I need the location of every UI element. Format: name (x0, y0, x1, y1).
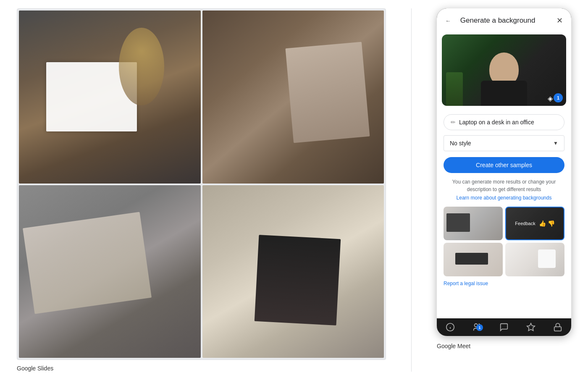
info-text: You can generate more results or change … (444, 178, 564, 193)
nav-safety-button[interactable] (553, 323, 562, 332)
thumbs-down-icon[interactable]: 👎 (548, 220, 555, 227)
nav-info-button[interactable] (446, 323, 455, 332)
thumbnail-4[interactable] (505, 243, 564, 276)
slide-image-3[interactable] (19, 185, 201, 358)
main-container: Google Slides ← Generate a background ✕ (17, 8, 571, 372)
thumbnail-1[interactable] (444, 207, 503, 240)
nav-activities-button[interactable] (526, 323, 536, 332)
section-divider (411, 8, 412, 372)
slides-section: Google Slides (17, 8, 386, 372)
thumbnail-3[interactable] (444, 243, 503, 276)
back-icon: ← (445, 18, 451, 24)
legal-link[interactable]: Report a legal issue (444, 281, 564, 286)
video-preview: ◈ 1 (442, 34, 566, 106)
slides-label: Google Slides (17, 363, 386, 372)
chevron-down-icon: ▼ (553, 140, 558, 146)
input-text-value: Laptop on a desk in an office (459, 119, 557, 126)
slide-image-4[interactable] (202, 185, 384, 358)
create-samples-button[interactable]: Create other samples (444, 157, 564, 173)
style-dropdown-value: No style (450, 140, 471, 147)
nav-chat-button[interactable] (499, 323, 509, 332)
panel-header: ← Generate a background ✕ (437, 8, 571, 31)
close-button[interactable]: ✕ (555, 14, 564, 27)
svg-rect-5 (554, 327, 562, 331)
style-dropdown[interactable]: No style ▼ (444, 135, 564, 151)
video-badge: 1 (554, 93, 563, 102)
panel-content: ✏ Laptop on a desk in an office No style… (437, 109, 571, 318)
panel-title: Generate a background (452, 16, 543, 25)
meet-section: ← Generate a background ✕ ◈ 1 (437, 8, 571, 349)
phone-frame: ← Generate a background ✕ ◈ 1 (437, 8, 571, 336)
feedback-label: Feedback (515, 221, 535, 226)
back-button[interactable]: ← (444, 16, 452, 26)
feedback-overlay: Feedback 👍 👎 (506, 207, 564, 239)
phone-inner: ← Generate a background ✕ ◈ 1 (437, 8, 571, 336)
layers-icon: ◈ (548, 94, 553, 102)
svg-marker-4 (527, 323, 535, 331)
people-badge: 1 (476, 324, 483, 331)
edit-icon: ✏ (451, 119, 456, 126)
feedback-icons: 👍 👎 (539, 220, 555, 227)
thumbnail-2[interactable]: Feedback 👍 👎 (505, 207, 564, 240)
learn-more-link[interactable]: Learn more about generating backgrounds (444, 195, 564, 201)
thumbnails-grid: Feedback 👍 👎 (444, 207, 564, 276)
slide-image-2[interactable] (202, 10, 384, 184)
slide-image-1[interactable] (19, 10, 201, 184)
slides-grid (17, 8, 386, 360)
plant-decoration (446, 72, 463, 106)
text-input-field[interactable]: ✏ Laptop on a desk in an office (444, 114, 564, 130)
person-body (481, 81, 527, 106)
thumbs-up-icon[interactable]: 👍 (539, 220, 546, 227)
bottom-nav: 1 (437, 318, 571, 336)
close-icon: ✕ (556, 16, 563, 25)
meet-label: Google Meet (437, 343, 470, 349)
nav-people-button[interactable]: 1 (472, 323, 482, 332)
